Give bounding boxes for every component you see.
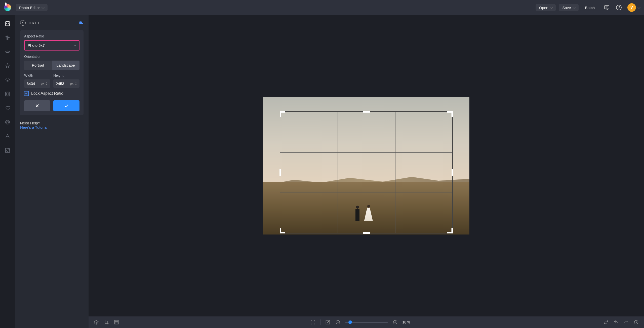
zoom-percent: 18 % <box>403 320 413 324</box>
fullscreen-icon[interactable] <box>325 319 331 325</box>
svg-line-24 <box>8 148 10 150</box>
svg-point-15 <box>7 80 8 82</box>
aspect-ratio-label: Aspect Ratio <box>24 34 79 38</box>
redo-button[interactable] <box>623 319 629 325</box>
rail-text[interactable] <box>4 133 11 140</box>
svg-rect-16 <box>6 92 10 96</box>
user-avatar[interactable]: V <box>627 3 636 12</box>
bottom-bar: 18 % <box>89 316 644 328</box>
tool-rail <box>0 15 15 328</box>
apply-button[interactable] <box>53 100 79 111</box>
crop-handle-top[interactable] <box>363 111 370 113</box>
svg-point-14 <box>8 79 10 80</box>
orientation-segment: Portrait Landscape <box>24 61 79 70</box>
back-button[interactable] <box>20 20 26 26</box>
rail-artsy[interactable] <box>4 76 11 83</box>
chevron-down-icon <box>550 6 553 9</box>
svg-rect-0 <box>605 6 609 9</box>
mode-dropdown[interactable]: Photo Editor <box>16 4 48 11</box>
width-label: Width <box>24 73 50 77</box>
help-tutorial-link[interactable]: Here's a Tutorial <box>20 125 84 129</box>
crop-handle-right[interactable] <box>452 169 453 176</box>
canvas-area: 18 % <box>89 15 644 328</box>
rail-textures[interactable] <box>4 147 11 154</box>
lock-aspect-label: Lock Aspect Ratio <box>31 91 63 96</box>
height-down[interactable]: ▼ <box>75 84 77 86</box>
zoom-thumb[interactable] <box>348 320 352 324</box>
svg-line-22 <box>6 151 7 153</box>
width-down[interactable]: ▼ <box>46 84 48 86</box>
svg-rect-27 <box>115 320 118 324</box>
app-logo[interactable] <box>4 4 11 11</box>
crop-handle-tl[interactable] <box>280 111 285 117</box>
feedback-icon[interactable] <box>603 4 610 11</box>
rail-overlays[interactable] <box>4 119 11 126</box>
cancel-button[interactable] <box>24 100 50 111</box>
width-input[interactable]: 3434 px ▲▼ <box>24 79 50 88</box>
crop-handle-left[interactable] <box>279 169 281 176</box>
crop-handle-bl[interactable] <box>280 228 285 233</box>
svg-point-4 <box>619 9 619 9</box>
crop-handle-bottom[interactable] <box>363 232 370 234</box>
aspect-ratio-select[interactable]: Photo 5x7 <box>24 40 79 51</box>
zoom-out-button[interactable] <box>335 319 341 325</box>
orientation-label: Orientation <box>24 55 79 59</box>
crop-handle-br[interactable] <box>447 228 453 233</box>
height-input[interactable]: 2453 px ▲▼ <box>53 79 79 88</box>
rail-touchup[interactable] <box>4 48 11 55</box>
zoom-slider[interactable] <box>345 322 388 323</box>
save-dropdown[interactable]: Save <box>559 4 578 11</box>
history-icon[interactable] <box>633 319 639 325</box>
height-label: Height <box>53 73 79 77</box>
zoom-in-button[interactable] <box>392 319 398 325</box>
app-header: Photo Editor Open Save Batch V <box>0 0 644 15</box>
crop-settings-card: Aspect Ratio Photo 5x7 Orientation Portr… <box>20 30 84 115</box>
layers-icon[interactable] <box>94 319 99 325</box>
artboard[interactable] <box>263 97 469 235</box>
rail-effects[interactable] <box>4 62 11 69</box>
help-question: Need Help? <box>20 121 84 125</box>
orientation-landscape[interactable]: Landscape <box>52 61 79 70</box>
grid-icon[interactable] <box>114 319 119 325</box>
rail-adjust[interactable] <box>4 34 11 41</box>
svg-rect-17 <box>6 93 9 95</box>
crop-icon[interactable] <box>104 319 109 325</box>
chevron-down-icon <box>73 43 76 46</box>
chevron-down-icon <box>573 6 575 9</box>
chevron-down-icon[interactable] <box>637 6 640 9</box>
undo-button[interactable] <box>613 319 619 325</box>
crop-rectangle[interactable] <box>280 111 453 233</box>
chevron-down-icon <box>42 6 44 9</box>
fit-screen-icon[interactable] <box>310 319 316 325</box>
batch-button[interactable]: Batch <box>582 4 598 11</box>
crop-panel: CROP Aspect Ratio Photo 5x7 Orientation … <box>15 15 89 328</box>
open-dropdown[interactable]: Open <box>536 4 556 11</box>
rail-graphics[interactable] <box>4 105 11 112</box>
lock-aspect-checkbox[interactable] <box>24 91 29 96</box>
svg-point-19 <box>7 121 8 123</box>
crop-handle-tr[interactable] <box>447 111 453 117</box>
compare-icon[interactable] <box>79 21 84 25</box>
svg-line-21 <box>6 150 8 152</box>
svg-point-12 <box>7 51 8 53</box>
orientation-portrait[interactable]: Portrait <box>24 61 52 70</box>
help-icon[interactable] <box>615 4 622 11</box>
svg-line-23 <box>7 148 10 151</box>
svg-point-13 <box>6 79 7 80</box>
panel-title: CROP <box>29 21 76 25</box>
rail-essentials[interactable] <box>4 20 11 27</box>
mode-label: Photo Editor <box>19 6 40 10</box>
compare-toggle-icon[interactable] <box>603 319 609 325</box>
rail-frames[interactable] <box>4 90 11 98</box>
